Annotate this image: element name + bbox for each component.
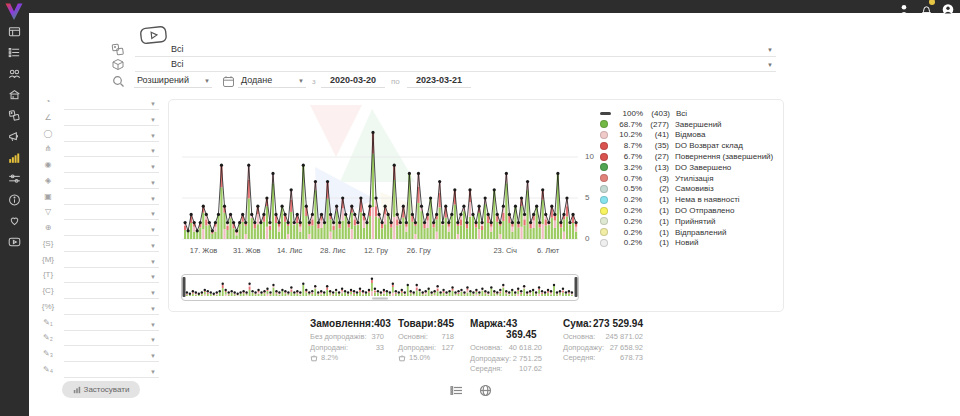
filter-row-utm-campaign[interactable]: {C}▼ [37,286,159,300]
filter-row-custom-field-1[interactable]: ✎₁▼ [37,318,159,332]
filter-row-utm-term[interactable]: {T}▼ [37,270,159,284]
filter-row-responsible-manager[interactable]: ⋔▼ [37,144,159,158]
legend-item[interactable]: 0.2%(1)Новий [600,238,782,249]
responsible-manager-select[interactable]: ▼ [64,144,159,157]
funnel-filter-select[interactable]: ▼ [64,207,159,220]
stat-column: Маржа:43 369.45Основна:40 618.20Допродаж… [470,318,542,375]
date-field-select[interactable]: Додане ▼ [238,74,306,88]
date-from-input[interactable]: 2020-03-20 [321,74,385,88]
globe-view-icon[interactable] [479,383,492,396]
upsell-basket-icon [310,354,318,362]
stat-sub-value: 107.62 [519,364,542,375]
notifications-bell-icon[interactable] [920,1,932,12]
app-logo[interactable] [3,1,25,22]
website-icon: ⊕ [40,223,56,232]
legend-count: (277) [642,120,669,129]
custom-field-1-select[interactable]: ▼ [64,318,159,331]
search-icon[interactable] [112,74,125,87]
legend-item[interactable]: 0.2%(1)Відправлений [600,227,782,238]
category-filter[interactable]: Всі ▼ [135,43,776,57]
custom-field-4-select[interactable]: ▼ [64,365,159,378]
sidebar-item-customers[interactable] [8,66,21,79]
utm-term-select[interactable]: ▼ [64,270,159,283]
legend-item[interactable]: 0.7%(3)Утилізація [600,173,782,184]
legend-item[interactable]: 8.7%(35)DO Возврат склад [600,140,782,151]
chevron-down-icon: ▼ [150,290,156,296]
filter-row-utm-source[interactable]: {S}▼ [37,239,159,253]
date-to-input[interactable]: 2023-03-21 [407,74,471,88]
legend-percent: 0.2% [612,228,642,237]
filter-row-region[interactable]: ◉▼ [37,160,159,174]
utm-content-select[interactable]: ▼ [64,302,159,315]
chart-brush[interactable] [181,274,579,301]
sidebar-item-info[interactable] [8,192,21,205]
stat-value: 273 529.94 [593,318,643,329]
utm-source-icon: {S} [40,239,56,248]
sales-ramp-select[interactable]: ▼ [64,113,159,126]
sidebar-item-orders[interactable] [8,45,21,58]
filter-row-custom-field-2[interactable]: ✎₂▼ [37,333,159,347]
account-avatar-icon[interactable] [942,1,954,12]
legend-item[interactable]: 0.2%(1)Прийнятий [600,216,782,227]
legend-item[interactable]: 68.7%(277)Завершений [600,119,782,130]
apply-button-label: Застосувати [84,385,130,394]
stat-title: Сума: [563,318,592,329]
utm-medium-select[interactable]: ▼ [64,255,159,268]
filter-row-sales-ramp[interactable]: ∠▼ [37,113,159,127]
help-select[interactable]: ▼ [64,129,159,142]
legend-item[interactable]: 100%(403)Всі [600,108,782,119]
apply-button[interactable]: Застосувати [62,381,140,398]
sidebar-item-store[interactable] [8,87,21,100]
calendar-icon[interactable] [222,74,235,87]
region-select[interactable]: ▼ [64,160,159,173]
legend-item[interactable]: 3.2%(13)DO Завершено [600,162,782,173]
filter-row-website[interactable]: ⊕▼ [37,223,159,237]
legend-item[interactable]: 0.2%(1)DO Отправлено [600,205,782,216]
chevron-down-icon: ▼ [767,47,773,53]
sidebar-item-integrations[interactable] [8,171,21,184]
filter-row-custom-field-4[interactable]: ✎₄▼ [37,365,159,379]
filter-row-custom-field-3[interactable]: ✎₃▼ [37,349,159,363]
filter-row-utm-medium[interactable]: {M}▼ [37,255,159,269]
legend-item[interactable]: 0.2%(1)Нема в наявності [600,194,782,205]
product-type-select[interactable]: ▼ [64,176,159,189]
sidebar-item-video-lessons[interactable] [8,234,21,247]
utm-campaign-select[interactable]: ▼ [64,286,159,299]
sidebar-item-analytics[interactable] [8,150,21,163]
product-filter[interactable]: Всі ▼ [135,58,776,72]
filter-row-price[interactable]: ▣▼ [37,192,159,206]
utm-source-select[interactable]: ▼ [64,239,159,252]
legend-count: (1) [642,206,669,215]
sidebar-item-support[interactable] [8,213,21,226]
price-select[interactable]: ▼ [64,192,159,205]
legend-item[interactable]: 10.2%(41)Відмова [600,130,782,141]
table-view-icon[interactable] [450,383,463,396]
custom-field-2-select[interactable]: ▼ [64,333,159,346]
chevron-down-icon: ▼ [150,353,156,359]
delivery-status-select[interactable]: ▼ [64,97,159,110]
filter-row-utm-content[interactable]: {%}▼ [37,302,159,316]
website-select[interactable]: ▼ [64,223,159,236]
search-mode-select[interactable]: Розширений ▼ [134,74,212,88]
sidebar-item-promotions[interactable] [8,108,21,121]
user-icon[interactable] [898,1,910,12]
legend-item[interactable]: 0.5%(2)Самовивіз [600,184,782,195]
legend-label: Утилізація [675,174,713,183]
stat-column: Сума:273 529.94Основна:245 871.02Допрода… [563,318,643,364]
filter-row-product-type[interactable]: ◈▼ [37,176,159,190]
stat-value: 43 369.45 [506,318,542,340]
filter-row-delivery-status[interactable]: ◔▼ [37,97,159,111]
custom-field-3-select[interactable]: ▼ [64,349,159,362]
sidebar-item-dashboard[interactable] [8,24,21,37]
stat-column: Замовлення:403Без допродажів:370Допродан… [310,318,384,364]
product-icon [111,58,125,71]
help-icon: ◯ [40,129,56,138]
legend-item[interactable]: 6.7%(27)Повернення (завершений) [600,151,782,162]
legend-percent: 0.2% [612,217,642,226]
filter-row-funnel-filter[interactable]: ▽▼ [37,207,159,221]
sidebar-item-marketing[interactable] [8,129,21,142]
filter-row-help[interactable]: ◯▼ [37,129,159,143]
x-tick-label: 12. Гру [364,246,388,255]
orders-chart[interactable] [182,112,582,244]
chevron-down-icon: ▼ [150,211,156,217]
